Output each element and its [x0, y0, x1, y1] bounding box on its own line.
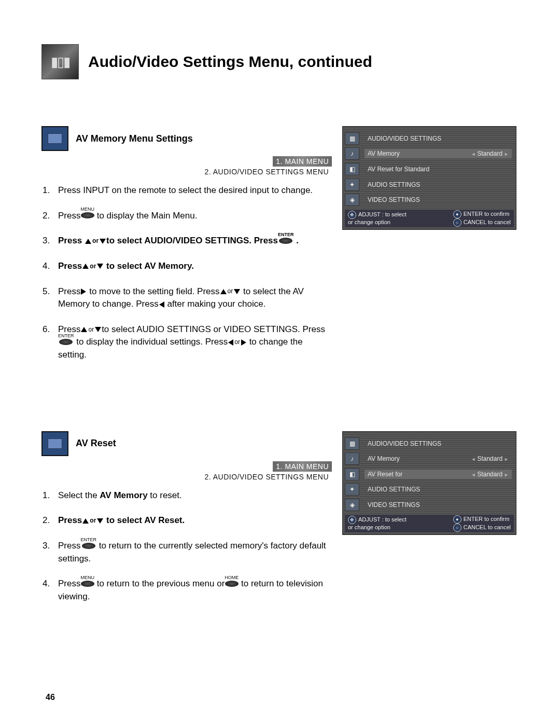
up-down-arrows-icon: or [220, 286, 241, 296]
remote-key-label: MENU [80, 207, 94, 212]
remote-key-oval-icon [82, 543, 95, 549]
remote-key-menu-icon: MENU [80, 575, 94, 587]
left-right-arrows-icon: or [228, 337, 247, 347]
up-down-arrows-icon: or [80, 324, 102, 334]
tv-screen-icon [48, 438, 62, 449]
osd-footer-right: ●ENTER to confirm○CANCEL to cancel [453, 515, 511, 532]
osd-sidebar-icon: ♪ [345, 147, 359, 160]
remote-key-label: ENTER [80, 538, 96, 542]
instruction-list: Press INPUT on the remote to select the … [41, 184, 332, 362]
breadcrumb-level-1: 1. MAIN MENU [273, 461, 332, 472]
osd-menu-row: AUDIO/VIDEO SETTINGS [365, 439, 512, 448]
bold-text: AV Memory [100, 490, 147, 500]
osd-menu-row: AV Reset for Standard [365, 164, 512, 174]
section-icon [41, 126, 68, 151]
remote-key-label: ENTER [58, 334, 74, 338]
osd-row-label: AUDIO SETTINGS [368, 486, 420, 493]
osd-sidebar-icon: ✦ [345, 178, 359, 191]
osd-row-label: AV Memory [368, 455, 400, 462]
or-text: or [227, 287, 234, 295]
section-right-column: ▦♪◧✦◈AUDIO/VIDEO SETTINGSAV MemoryStanda… [342, 431, 519, 616]
bold-text: AUDIO/VIDEO SETTINGS [144, 236, 249, 245]
header-icon: ▮▯▮ [41, 44, 79, 79]
instruction-step: Pressor to select AV Memory. [55, 260, 332, 273]
triangle-down-icon [95, 327, 101, 332]
instruction-step: PressMENU to return to the previous menu… [55, 578, 332, 603]
osd-row-label: VIDEO SETTINGS [368, 196, 420, 203]
osd-menu-list: AUDIO/VIDEO SETTINGSAV MemoryStandardAV … [365, 436, 512, 513]
up-down-arrows-icon: or [85, 236, 106, 245]
osd-sidebar-icon: ✦ [345, 483, 359, 496]
or-text: or [88, 326, 94, 333]
remote-key-label: MENU [80, 575, 94, 580]
bold-text: AV Reset. [144, 515, 185, 525]
or-text: or [234, 338, 241, 346]
osd-footer-line: ✥ADJUST : to select [348, 516, 407, 524]
enter-icon: ● [453, 210, 461, 218]
breadcrumb: 1. MAIN MENU2. AUDIO/VIDEO SETTINGS MENU [41, 461, 332, 482]
osd-footer-line: or change option [348, 219, 407, 226]
osd-footer-line: ○CANCEL to cancel [453, 218, 511, 227]
osd-sidebar: ▦♪◧✦◈ [345, 131, 360, 208]
osd-menu-row: AUDIO SETTINGS [365, 485, 512, 494]
instruction-step: Pressor to select AV Reset. [55, 514, 332, 527]
up-down-arrows-icon: or [82, 515, 104, 525]
osd-screenshot: ▦♪◧✦◈AUDIO/VIDEO SETTINGSAV MemoryStanda… [342, 126, 516, 230]
manual-page: ▮▯▮ Audio/Video Settings Menu, continued… [0, 0, 560, 728]
or-text: or [89, 517, 96, 524]
section-icon [41, 431, 68, 456]
section-left-column: AV Reset1. MAIN MENU2. AUDIO/VIDEO SETTI… [41, 431, 332, 616]
osd-sidebar-icon: ▦ [345, 132, 359, 145]
triangle-right-icon [241, 339, 246, 346]
instruction-step: PressENTER to return to the currently se… [55, 540, 332, 565]
instruction-list: Select the AV Memory to reset.Pressor to… [41, 489, 332, 603]
osd-sidebar-icon: ◈ [345, 499, 359, 511]
instruction-step: Press to move to the setting field. Pres… [55, 285, 332, 311]
instruction-step: Press orto select AUDIO/VIDEO SETTINGS. … [55, 235, 332, 248]
remote-key-menu-icon: MENU [80, 207, 94, 218]
triangle-down-icon [234, 289, 240, 294]
header-icon-glyph: ▮▯▮ [51, 54, 69, 70]
cancel-icon: ○ [453, 218, 461, 227]
osd-row-label: AV Reset for Standard [368, 166, 429, 173]
breadcrumb-level-2: 2. AUDIO/VIDEO SETTINGS MENU [201, 167, 332, 177]
tv-screen-icon [48, 133, 62, 144]
triangle-up-icon [82, 518, 89, 524]
osd-menu-row: VIDEO SETTINGS [365, 500, 512, 510]
remote-key-oval-icon [59, 339, 73, 345]
osd-row-label: AUDIO/VIDEO SETTINGS [368, 440, 441, 447]
page-number: 46 [46, 693, 55, 702]
section-heading-row: AV Reset [41, 431, 332, 456]
osd-footer-line: ●ENTER to confirm [453, 210, 511, 218]
remote-key-enter-icon: ENTER [80, 538, 96, 549]
osd-menu-row: AV MemoryStandard [365, 149, 512, 158]
page-header: ▮▯▮ Audio/Video Settings Menu, continued [41, 44, 519, 79]
section-right-column: ▦♪◧✦◈AUDIO/VIDEO SETTINGSAV MemoryStanda… [342, 126, 519, 374]
triangle-right-icon [81, 289, 86, 295]
cancel-icon: ○ [453, 524, 461, 532]
osd-footer-right: ●ENTER to confirm○CANCEL to cancel [453, 210, 511, 227]
osd-row-label: AV Memory [368, 150, 400, 157]
instruction-step: Pressorto select AUDIO SETTINGS or VIDEO… [55, 323, 332, 362]
remote-key-oval-icon [225, 581, 239, 587]
osd-sidebar: ▦♪◧✦◈ [345, 436, 360, 513]
up-down-arrows-icon: or [82, 261, 104, 271]
triangle-left-icon [159, 301, 164, 308]
triangle-up-icon [81, 327, 87, 332]
or-text: or [92, 237, 99, 244]
osd-footer-line: ✥ADJUST : to select [348, 211, 407, 219]
remote-key-label: ENTER [278, 232, 294, 237]
breadcrumb: 1. MAIN MENU2. AUDIO/VIDEO SETTINGS MENU [41, 156, 332, 177]
osd-menu-row: AV MemoryStandard [365, 454, 512, 463]
remote-key-home-icon: HOME [225, 575, 239, 587]
osd-footer: ✥ADJUST : to selector change option●ENTE… [345, 210, 514, 227]
osd-menu-list: AUDIO/VIDEO SETTINGSAV MemoryStandardAV … [365, 131, 512, 208]
osd-sidebar-icon: ▦ [345, 437, 359, 450]
osd-footer-line: ●ENTER to confirm [453, 515, 511, 524]
instruction-step: Select the AV Memory to reset. [55, 489, 332, 502]
remote-key-oval-icon [81, 212, 94, 218]
remote-key-oval-icon [81, 581, 94, 587]
osd-menu-row: AV Reset forStandard [365, 470, 512, 479]
remote-key-oval-icon [279, 238, 292, 244]
remote-key-enter-icon: ENTER [58, 334, 74, 345]
